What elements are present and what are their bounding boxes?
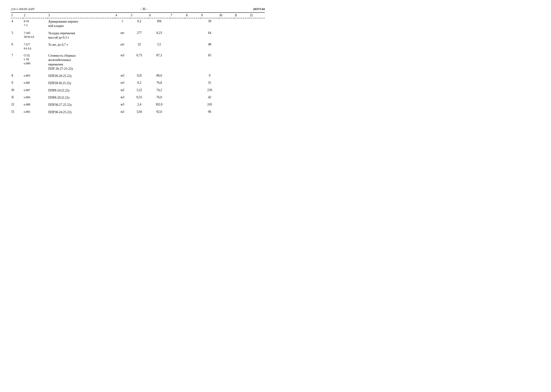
row-col9: 65 bbox=[200, 52, 219, 72]
row-col5: 0,75 bbox=[130, 52, 148, 72]
row-col9: 39 bbox=[200, 18, 219, 29]
page-header: 214-1-304.85 AAIV - 30 - 20373-04 bbox=[11, 7, 265, 11]
col-header-11: II bbox=[234, 13, 249, 18]
row-number: I0 bbox=[11, 87, 23, 94]
row-number: 9 bbox=[11, 80, 23, 86]
row-col11 bbox=[234, 109, 249, 115]
row-col11 bbox=[234, 73, 249, 79]
row-unit: м3 bbox=[115, 52, 130, 72]
row-col12 bbox=[249, 52, 265, 72]
row-description: То же, до 0,7 т bbox=[48, 42, 115, 52]
row-col7 bbox=[170, 94, 185, 101]
row-col7 bbox=[170, 109, 185, 115]
row-description: ППР28-I8.25.22у bbox=[48, 80, 115, 86]
row-col9: 64 bbox=[200, 30, 219, 41]
col-header-5: 5 bbox=[130, 13, 148, 18]
row-col5: I,04 bbox=[130, 109, 148, 115]
row-unit: шт bbox=[115, 30, 130, 41]
row-col9: 48 bbox=[200, 42, 219, 52]
row-col9: 42 bbox=[200, 94, 219, 101]
header-left: 214-1-304.85 AAIV bbox=[11, 7, 35, 11]
row-col10 bbox=[219, 52, 234, 72]
row-col5: 277 bbox=[130, 30, 148, 41]
row-col10 bbox=[219, 101, 234, 108]
row-col10 bbox=[219, 73, 234, 79]
row-number: II bbox=[11, 94, 23, 101]
col-header-4: 4 bbox=[115, 13, 130, 18]
row-col11 bbox=[234, 30, 249, 41]
row-unit: м3 bbox=[115, 101, 130, 108]
header-center: - 30 - bbox=[140, 7, 147, 11]
table-row: 9п.88IППР28-I8.25.22ум30,276,8I5 bbox=[11, 80, 265, 86]
row-col11 bbox=[234, 94, 249, 101]
row-col5: 32 bbox=[130, 42, 148, 52]
row-code: ССЦ т. III п.889 bbox=[23, 52, 47, 72]
row-code: п.885 bbox=[23, 109, 47, 115]
table-row: 67-I27 9-I-I.8То же, до 0,7 тшт32I,548 bbox=[11, 42, 265, 52]
row-unit: шт bbox=[115, 42, 130, 52]
row-col5: 0,2 bbox=[130, 18, 148, 29]
col-header-1: I bbox=[11, 13, 23, 18]
row-col8 bbox=[185, 52, 200, 72]
row-number: 6 bbox=[11, 42, 23, 52]
row-col12 bbox=[249, 94, 265, 101]
row-col6: 80,0 bbox=[148, 73, 170, 79]
row-col6: 0,23 bbox=[148, 30, 170, 41]
main-table: I 2 3 4 5 6 7 8 9 I0 II I2 48-59 7-3Арми… bbox=[11, 13, 265, 115]
row-col7 bbox=[170, 30, 185, 41]
row-col7 bbox=[170, 80, 185, 86]
row-col8 bbox=[185, 109, 200, 115]
row-unit: м3 bbox=[115, 109, 130, 115]
row-col5: 3,22 bbox=[130, 87, 148, 94]
row-description: ППР38-27.25.22у bbox=[48, 101, 115, 108]
row-col6: 87,3 bbox=[148, 52, 170, 72]
row-col12 bbox=[249, 80, 265, 86]
table-row: 57-445 38-I0-I.8Укладка перемычек массой… bbox=[11, 30, 265, 41]
col-header-10: I0 bbox=[219, 13, 234, 18]
row-col7 bbox=[170, 101, 185, 108]
row-number: 8 bbox=[11, 73, 23, 79]
table-row: 7ССЦ т. III п.889Стоимость сборных желез… bbox=[11, 52, 265, 72]
row-code: 7-I27 9-I-I.8 bbox=[23, 42, 47, 52]
row-code: п.88I bbox=[23, 80, 47, 86]
row-col12 bbox=[249, 73, 265, 79]
row-col8 bbox=[185, 94, 200, 101]
row-col8 bbox=[185, 80, 200, 86]
row-col10 bbox=[219, 42, 234, 52]
table-row: I3п.885ППР38-24.25.22ум3I,0492,096 bbox=[11, 109, 265, 115]
row-unit: м3 bbox=[115, 80, 130, 86]
row-col6: 92,0 bbox=[148, 109, 170, 115]
row-description: ППР8-20.I2.22у bbox=[48, 94, 115, 101]
row-col9: 239 bbox=[200, 87, 219, 94]
row-col5: 0,II bbox=[130, 73, 148, 79]
row-col9: I5 bbox=[200, 80, 219, 86]
row-col8 bbox=[185, 87, 200, 94]
row-col6: I02,0 bbox=[148, 101, 170, 108]
row-description: Стоимость сборных железобетонных перемыч… bbox=[48, 52, 115, 72]
col-header-7: 7 bbox=[170, 13, 185, 18]
row-description: ППР28-20.25.22у bbox=[48, 73, 115, 79]
row-col7 bbox=[170, 52, 185, 72]
row-col8 bbox=[185, 101, 200, 108]
row-col6: 76,8 bbox=[148, 80, 170, 86]
row-col12 bbox=[249, 87, 265, 94]
row-code: п.888 bbox=[23, 101, 47, 108]
row-col8 bbox=[185, 30, 200, 41]
row-col12 bbox=[249, 30, 265, 41]
row-col6: 74,2 bbox=[148, 87, 170, 94]
row-code: п.887 bbox=[23, 87, 47, 94]
table-row: IIп.884ППР8-20.I2.22ум30,5576,042 bbox=[11, 94, 265, 101]
table-row: 48-59 7-3Армирование кирпич- ной кладкит… bbox=[11, 18, 265, 29]
row-unit: м3 bbox=[115, 94, 130, 101]
row-number: 4 bbox=[11, 18, 23, 29]
row-col7 bbox=[170, 87, 185, 94]
row-description: Укладка перемычек массой до 0,3 т bbox=[48, 30, 115, 41]
col-header-2: 2 bbox=[23, 13, 47, 18]
table-row: I0п.887ППР8-24.I2.22ум33,2274,2239 bbox=[11, 87, 265, 94]
row-col10 bbox=[219, 87, 234, 94]
col-header-12: I2 bbox=[249, 13, 265, 18]
row-number: I3 bbox=[11, 109, 23, 115]
row-number: 5 bbox=[11, 30, 23, 41]
col-header-6: 6 bbox=[148, 13, 170, 18]
row-col11 bbox=[234, 80, 249, 86]
